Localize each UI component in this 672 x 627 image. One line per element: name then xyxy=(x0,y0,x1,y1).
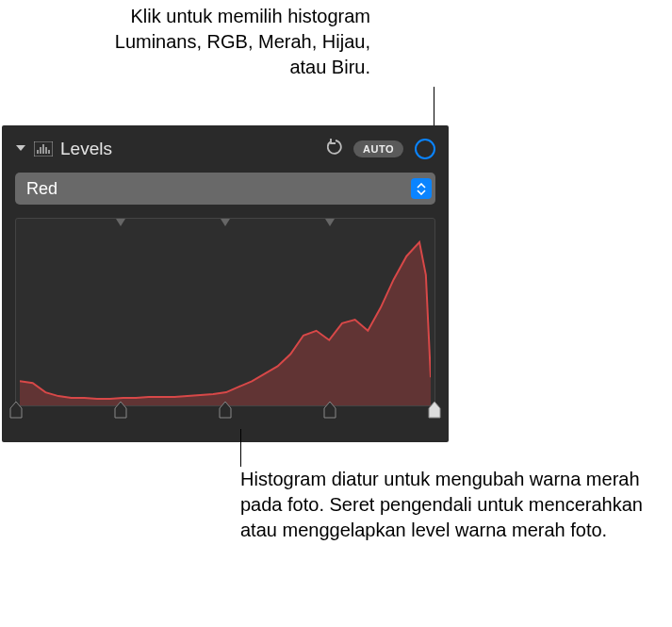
callout-bottom-text: Histogram diatur untuk mengubah warna me… xyxy=(240,467,664,543)
panel-title: Levels xyxy=(60,139,321,159)
levels-icon xyxy=(34,141,53,157)
svg-rect-1 xyxy=(37,150,39,154)
top-ticks xyxy=(16,219,434,228)
levels-handle[interactable] xyxy=(9,402,23,419)
histogram-chart xyxy=(20,228,431,405)
levels-handle[interactable] xyxy=(219,402,232,419)
auto-button[interactable]: AUTO xyxy=(353,140,403,157)
callout-bottom-line xyxy=(240,429,241,467)
levels-handle[interactable] xyxy=(114,402,127,419)
svg-rect-4 xyxy=(45,147,47,154)
levels-panel: Levels AUTO Red xyxy=(2,125,449,442)
dropdown-arrows-icon xyxy=(411,178,432,199)
svg-rect-5 xyxy=(48,150,50,154)
levels-handle[interactable] xyxy=(323,402,336,419)
channel-dropdown[interactable]: Red xyxy=(15,173,435,205)
panel-header: Levels AUTO xyxy=(15,135,435,163)
svg-rect-2 xyxy=(40,147,41,154)
top-tick[interactable] xyxy=(221,219,230,226)
svg-rect-3 xyxy=(42,144,44,154)
top-tick[interactable] xyxy=(325,219,335,226)
top-tick[interactable] xyxy=(116,219,125,226)
channel-dropdown-label: Red xyxy=(26,179,411,199)
callout-top-text: Klik untuk memilih histogram Luminans, R… xyxy=(102,4,370,80)
toggle-circle[interactable] xyxy=(415,139,435,159)
disclosure-triangle-icon[interactable] xyxy=(15,142,28,157)
reset-icon[interactable] xyxy=(327,139,344,160)
histogram-container xyxy=(15,218,435,406)
levels-handle[interactable] xyxy=(428,402,441,419)
bottom-handles xyxy=(16,402,434,419)
